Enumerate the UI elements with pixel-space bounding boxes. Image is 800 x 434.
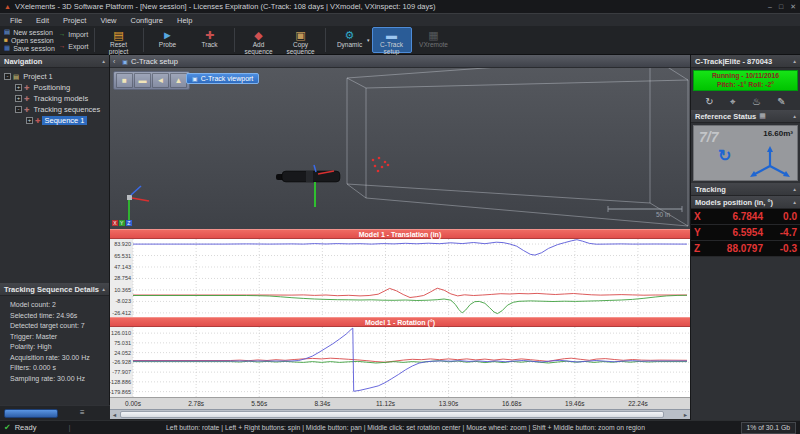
ctrack-tab-icon: ▣ xyxy=(122,58,128,65)
target-icon[interactable]: ⌖ xyxy=(730,96,736,108)
tracking-sequences-icon: ✚ xyxy=(24,106,29,113)
scroll-right-icon[interactable]: ► xyxy=(681,412,690,418)
navigation-header[interactable]: Navigation ▴ xyxy=(0,55,109,68)
toolbar-add-sequence[interactable]: ◆Add sequence xyxy=(239,27,279,53)
toolbar-c-track-setup[interactable]: ▬C-Track setup xyxy=(372,27,412,53)
scroll-left-icon[interactable]: ◄ xyxy=(110,412,119,418)
menu-configure[interactable]: Configure xyxy=(124,16,171,25)
toolbar-open-session[interactable]: ■Open session xyxy=(4,36,55,44)
minimize-button[interactable]: – xyxy=(768,3,772,11)
status-bar: ✔ Ready | Left button: rotate | Left + R… xyxy=(0,420,800,434)
app-logo-icon: ▲ xyxy=(4,3,11,10)
nav-item-tracking-models[interactable]: +✚Tracking models xyxy=(0,93,109,104)
probe-icon: ► xyxy=(162,29,173,41)
models-position-header[interactable]: Models position (in, °) ▴ xyxy=(691,196,800,209)
nav-item-positioning[interactable]: +✚Positioning xyxy=(0,82,109,93)
svg-text:-26.412: -26.412 xyxy=(112,310,131,316)
toolbar-reset-project[interactable]: ▤Reset project xyxy=(99,27,139,53)
svg-text:10.365: 10.365 xyxy=(114,287,131,293)
toolbar-separator xyxy=(94,28,95,52)
top-view-icon: ▲ xyxy=(175,76,183,85)
tree-expander-icon[interactable]: + xyxy=(15,95,22,102)
axis-label: X xyxy=(694,211,708,222)
collapse-caret-icon[interactable]: ▴ xyxy=(793,199,796,205)
targets-detected-count: 7/7 xyxy=(699,129,718,145)
tab-ctrack-setup[interactable]: ▣ C-Track setup xyxy=(118,57,182,66)
temperature-icon[interactable]: ♨ xyxy=(752,96,761,107)
tracking-header[interactable]: Tracking ▴ xyxy=(691,183,800,196)
rotation-chart-header: Model 1 - Rotation (°) xyxy=(110,317,690,327)
toolbar-new-session[interactable]: ▤New session xyxy=(4,28,55,36)
measurement-volume-value: 16.60m³ xyxy=(763,129,793,138)
time-tick-label: 11.12s xyxy=(376,400,395,407)
ctrack-device[interactable] xyxy=(276,165,340,207)
front-view-icon[interactable]: ▬ xyxy=(134,73,151,88)
toolbar-label: VXremote xyxy=(419,41,448,48)
menu-view[interactable]: View xyxy=(93,16,123,25)
collapse-caret-icon[interactable]: ▴ xyxy=(793,58,796,64)
tab-label: C-Track setup xyxy=(131,57,178,66)
collapse-caret-icon[interactable]: ▴ xyxy=(102,58,105,64)
viewport-button-icon: ▣ xyxy=(192,75,198,82)
tree-expander-icon[interactable]: - xyxy=(15,106,22,113)
collapse-caret-icon[interactable]: ▴ xyxy=(793,113,796,119)
toolbar-track[interactable]: ✚Track xyxy=(190,27,230,53)
rotation-value: -0.3 xyxy=(771,243,797,254)
calibration-pen-icon[interactable]: ✎ xyxy=(777,96,785,107)
viewport-3d[interactable]: ■▬◄▲ ▣ C-Track viewport xyxy=(110,68,690,229)
import-export-group: →Import→Export xyxy=(57,27,91,53)
left-view-icon[interactable]: ◄ xyxy=(152,73,169,88)
menu-help[interactable]: Help xyxy=(170,16,199,25)
reference-status-header[interactable]: Reference Status ▦ ▴ xyxy=(691,110,800,123)
chart-scrollbar[interactable]: ◄ ► xyxy=(110,409,690,419)
dropdown-caret-icon[interactable]: ▾ xyxy=(367,37,370,43)
ctrack-panel-header[interactable]: C-Track|Elite - 870043 ▴ xyxy=(691,55,800,68)
detail-line: Selected time: 24.96s xyxy=(10,311,109,322)
export-icon: → xyxy=(59,43,66,49)
collapse-caret-icon[interactable]: ▴ xyxy=(793,186,796,192)
series-Y xyxy=(133,295,687,313)
close-button[interactable]: ✕ xyxy=(790,3,796,11)
svg-text:24.052: 24.052 xyxy=(114,350,131,356)
time-tick-label: 2.78s xyxy=(188,400,204,407)
ctrack-status-running: Running - 10/11/2016 xyxy=(694,72,797,81)
rotate-reference-icon: ↻ xyxy=(718,146,731,165)
perspective-view-icon[interactable]: ■ xyxy=(116,73,133,88)
top-view-icon[interactable]: ▲ xyxy=(170,73,187,88)
collapse-caret-icon[interactable]: ▴ xyxy=(102,286,105,292)
ctrack-status-pitch-roll: Pitch: -1° Roll: -2° xyxy=(694,81,797,90)
toolbar-label: Dynamic xyxy=(337,41,362,48)
chart-canvas: 83.92065.53147.14328.75410.365-8.023-26.… xyxy=(110,239,690,317)
svg-text:-26.928: -26.928 xyxy=(112,359,131,365)
position-value: 6.5954 xyxy=(708,227,771,238)
ctrack-viewport-button[interactable]: ▣ C-Track viewport xyxy=(186,73,259,84)
menu-edit[interactable]: Edit xyxy=(29,16,56,25)
maximize-button[interactable]: □ xyxy=(779,3,783,11)
nav-item-sequence-1[interactable]: +✚Sequence 1 xyxy=(0,115,109,126)
toolbar-label: New session xyxy=(13,29,53,36)
nav-item-tracking-sequences[interactable]: -✚Tracking sequences xyxy=(0,104,109,115)
grid-icon[interactable]: ▦ xyxy=(759,112,766,120)
time-tick-label: 8.34s xyxy=(314,400,330,407)
toolbar-probe[interactable]: ►Probe xyxy=(148,27,188,53)
tree-expander-icon[interactable]: + xyxy=(15,84,22,91)
time-tick-label: 13.90s xyxy=(439,400,459,407)
sequence-details-list: Model count: 2Selected time: 24.96sDetec… xyxy=(0,296,109,384)
reflector-targets xyxy=(372,157,390,173)
rotation-icon[interactable]: ↻ xyxy=(705,96,713,107)
toolbar-export[interactable]: →Export xyxy=(59,42,89,50)
menu-project[interactable]: Project xyxy=(56,16,93,25)
nav-item-project-1[interactable]: -▤Project 1 xyxy=(0,71,109,82)
tree-expander-icon[interactable]: + xyxy=(26,117,33,124)
toolbar-dynamic[interactable]: ⚙Dynamic▾ xyxy=(330,27,370,53)
toolbar-import[interactable]: →Import xyxy=(59,30,89,38)
collapse-left-chevron-icon[interactable]: ‹ xyxy=(113,58,115,65)
tree-expander-icon[interactable]: - xyxy=(4,73,11,80)
sequence-details-header[interactable]: Tracking Sequence Details ▴ xyxy=(0,283,109,296)
menu-grip-icon[interactable]: ≡ xyxy=(80,409,85,417)
toolbar-copy-sequence[interactable]: ▣Copy sequence xyxy=(281,27,321,53)
toolbar-save-session[interactable]: ▦Save session xyxy=(4,44,55,52)
toolbar-label: Probe xyxy=(159,41,176,48)
scrollbar-thumb[interactable] xyxy=(120,411,664,418)
menu-file[interactable]: File xyxy=(3,16,29,25)
